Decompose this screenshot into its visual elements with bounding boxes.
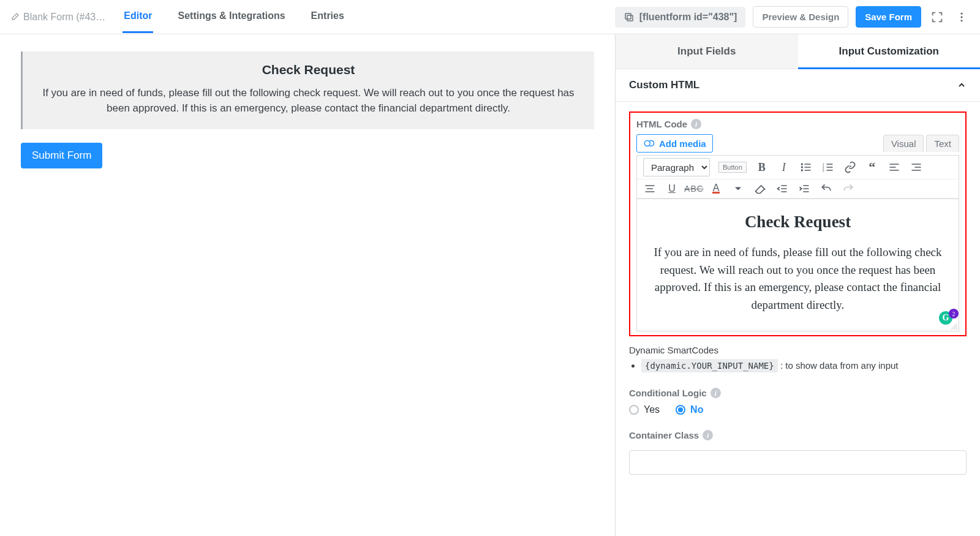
smartcode-snippet[interactable]: {dynamic.YOUR_INPUT_NAME} (641, 359, 778, 372)
more-menu-button[interactable] (953, 9, 970, 26)
add-media-button[interactable]: Add media (636, 134, 713, 153)
fullscreen-icon (930, 10, 944, 24)
block-format-select[interactable]: Paragraph (643, 158, 710, 176)
redo-icon (842, 183, 854, 195)
svg-point-4 (960, 20, 962, 21)
submit-wrapper: Submit Form (21, 143, 594, 168)
editor-heading: Check Request (648, 213, 948, 232)
top-bar: Blank Form (#43… Editor Settings & Integ… (0, 0, 980, 34)
html-block-body: If you are in need of funds, please fill… (36, 86, 581, 116)
svg-point-6 (801, 164, 802, 165)
info-icon[interactable]: i (691, 119, 701, 129)
tab-editor[interactable]: Editor (123, 1, 153, 33)
link-button[interactable] (843, 160, 857, 174)
smartcodes-label: Dynamic SmartCodes (629, 345, 967, 355)
editor-body: If you are in need of funds, please fill… (648, 244, 948, 314)
align-center-icon (644, 183, 656, 195)
html-block[interactable]: Check Request If you are in need of fund… (21, 51, 594, 129)
insert-button-chip[interactable]: Button (718, 162, 747, 173)
fullscreen-button[interactable] (929, 9, 946, 26)
strikethrough-button[interactable]: ABC (687, 182, 701, 195)
editor-tab-text[interactable]: Text (926, 135, 959, 152)
chevron-up-icon (957, 80, 967, 90)
align-right-button[interactable] (910, 160, 923, 174)
cond-radio-no[interactable]: No (676, 404, 703, 415)
outdent-button[interactable] (775, 182, 789, 195)
topbar-actions: [fluentform id="438"] Preview & Design S… (615, 6, 970, 28)
numbered-list-icon: 123 (822, 161, 834, 173)
svg-point-2 (960, 12, 962, 14)
info-icon[interactable]: i (703, 430, 713, 440)
indent-button[interactable] (797, 182, 811, 195)
underline-button[interactable]: U (665, 182, 679, 195)
section-custom-html-body: HTML Code i Add media Visual Text Pa (616, 102, 980, 485)
form-title[interactable]: Blank Form (#43… (10, 12, 105, 23)
svg-point-3 (960, 16, 962, 18)
redo-button[interactable] (842, 182, 855, 195)
conditional-logic: Conditional Logic i Yes No (629, 388, 967, 415)
text-color-button[interactable]: A (709, 182, 723, 195)
smartcode-item: {dynamic.YOUR_INPUT_NAME} : to show data… (641, 360, 967, 371)
submit-button[interactable]: Submit Form (21, 143, 102, 168)
main-area: Check Request If you are in need of fund… (0, 34, 980, 536)
side-panel: Input Fields Input Customization Custom … (616, 34, 980, 536)
editor-mode-tabs: Visual Text (883, 135, 959, 152)
outdent-icon (776, 183, 788, 195)
align-left-button[interactable] (888, 160, 901, 174)
align-left-icon (888, 161, 900, 173)
indent-icon (798, 183, 810, 195)
section-title: Custom HTML (629, 79, 699, 91)
highlighted-editor-box: HTML Code i Add media Visual Text Pa (629, 111, 967, 336)
tab-input-customization[interactable]: Input Customization (798, 34, 981, 69)
tab-settings[interactable]: Settings & Integrations (176, 1, 286, 33)
preview-design-button[interactable]: Preview & Design (753, 6, 848, 28)
html-code-label: HTML Code i (636, 119, 959, 129)
cond-radio-yes[interactable]: Yes (629, 404, 660, 415)
shortcode-chip[interactable]: [fluentform id="438"] (615, 7, 746, 28)
undo-button[interactable] (820, 182, 833, 195)
side-tabs: Input Fields Input Customization (616, 34, 980, 69)
clear-format-button[interactable] (753, 182, 767, 195)
wysiwyg-content[interactable]: Check Request If you are in need of fund… (636, 199, 959, 331)
kebab-icon (956, 11, 968, 23)
svg-rect-1 (625, 13, 631, 19)
main-tabs: Editor Settings & Integrations Entries (123, 1, 345, 33)
cond-label: Conditional Logic (629, 388, 707, 398)
bullet-list-button[interactable] (799, 160, 813, 174)
svg-point-7 (801, 167, 802, 168)
section-custom-html-header[interactable]: Custom HTML (616, 69, 980, 102)
smartcode-desc: : to show data from any input (780, 360, 899, 371)
wp-editor-top-row: Add media Visual Text (636, 134, 959, 153)
bullet-list-icon (800, 161, 812, 173)
svg-rect-0 (627, 15, 633, 21)
caret-down-icon (732, 183, 744, 195)
info-icon[interactable]: i (710, 388, 721, 398)
form-title-text: Blank Form (#43… (23, 12, 105, 23)
shortcode-text: [fluentform id="438"] (639, 12, 737, 23)
svg-point-8 (801, 170, 802, 171)
editor-tab-visual[interactable]: Visual (883, 135, 924, 152)
svg-text:3: 3 (823, 168, 824, 172)
media-icon (643, 138, 654, 149)
resize-handle-icon[interactable] (951, 323, 957, 330)
container-class-input[interactable] (629, 450, 967, 475)
bold-button[interactable]: B (755, 160, 769, 174)
wysiwyg-toolbar: Paragraph Button B I 123 “ U (636, 155, 959, 199)
link-icon (844, 161, 856, 173)
copy-icon (624, 12, 635, 23)
text-color-dropdown[interactable] (731, 182, 745, 195)
undo-icon (820, 183, 832, 195)
html-block-heading: Check Request (36, 62, 581, 77)
cclass-label: Container Class (629, 430, 699, 440)
grammarly-count: 2 (949, 309, 959, 319)
form-canvas: Check Request If you are in need of fund… (0, 34, 616, 536)
align-center-button[interactable] (643, 182, 657, 195)
dynamic-smartcodes: Dynamic SmartCodes {dynamic.YOUR_INPUT_N… (629, 345, 967, 371)
numbered-list-button[interactable]: 123 (821, 160, 835, 174)
tab-input-fields[interactable]: Input Fields (616, 34, 798, 69)
container-class: Container Class i (629, 430, 967, 475)
blockquote-button[interactable]: “ (865, 160, 879, 174)
italic-button[interactable]: I (777, 160, 791, 174)
tab-entries[interactable]: Entries (310, 1, 345, 33)
save-form-button[interactable]: Save Form (856, 6, 921, 28)
